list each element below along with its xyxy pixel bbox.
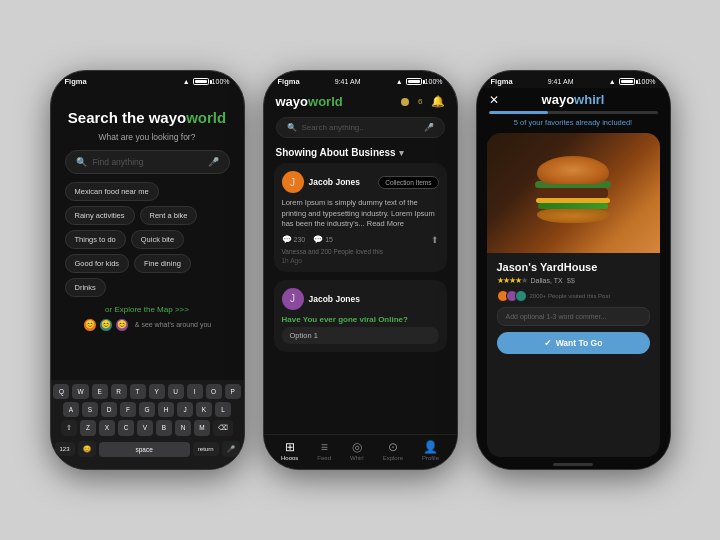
battery-icon-2	[406, 78, 422, 85]
key-i[interactable]: I	[187, 384, 203, 399]
wayo-logo: wayoworld	[276, 94, 343, 109]
keyboard-row-1: Q W E R T Y U I O P	[53, 384, 242, 399]
key-t[interactable]: T	[130, 384, 146, 399]
mic-icon-2[interactable]: 🎤	[424, 123, 434, 132]
battery-pct-1: 100%	[212, 78, 230, 85]
want-to-go-button[interactable]: ✓ Want To Go	[497, 332, 650, 354]
battery-pct-2: 100%	[425, 78, 443, 85]
key-x[interactable]: X	[99, 420, 115, 436]
see-whats-text: & see what's around you	[135, 321, 211, 328]
key-backspace[interactable]: ⌫	[213, 420, 233, 436]
key-n[interactable]: N	[175, 420, 191, 436]
burger-visual	[533, 156, 613, 231]
chip-1[interactable]: Rainy activities	[65, 206, 135, 225]
progress-bar-fill	[489, 111, 548, 114]
key-k[interactable]: K	[196, 402, 212, 417]
key-mic[interactable]: 🎤	[222, 441, 240, 457]
restaurant-name: Jason's YardHouse	[497, 261, 650, 273]
phone3-content: ✕ wayowhirl 5 of your favorites already …	[477, 88, 670, 469]
location-text: Dallas, TX	[531, 277, 563, 284]
chip-7[interactable]: Drinks	[65, 278, 106, 297]
key-r[interactable]: R	[111, 384, 127, 399]
key-123[interactable]: 123	[55, 442, 75, 456]
phone-wayowhirl: Figma 9:41 AM ▲ 100% ✕ wayowhirl 5 of yo…	[476, 70, 671, 470]
key-space[interactable]: space	[99, 442, 190, 457]
nav-feed-label: Feed	[317, 455, 331, 461]
post-liked-0: Vanessa and 200 People loved this	[282, 248, 439, 255]
search-bar-1[interactable]: 🔍 Find anything 🎤	[65, 150, 230, 174]
whirl-logo: wayowhirl	[542, 92, 605, 107]
key-s[interactable]: S	[82, 402, 98, 417]
keyboard-bottom: 123 😊 space return 🎤	[53, 439, 242, 459]
mic-icon-1[interactable]: 🎤	[208, 157, 219, 167]
chip-3[interactable]: Things to do	[65, 230, 126, 249]
key-o[interactable]: O	[206, 384, 222, 399]
key-e[interactable]: E	[92, 384, 108, 399]
chips-grid: Mexican food near me Rainy activities Re…	[65, 182, 230, 297]
key-y[interactable]: Y	[149, 384, 165, 399]
share-icon[interactable]: ⬆	[431, 235, 439, 245]
key-z[interactable]: Z	[80, 420, 96, 436]
chip-4[interactable]: Quick bite	[131, 230, 184, 249]
key-p[interactable]: P	[225, 384, 241, 399]
status-bar-1: Figma ▲ 100%	[51, 71, 244, 88]
key-m[interactable]: M	[194, 420, 210, 436]
bell-icon[interactable]: 🔔	[431, 95, 445, 108]
key-q[interactable]: Q	[53, 384, 69, 399]
collection-btn-0[interactable]: Collection Items	[378, 176, 438, 189]
chip-5[interactable]: Good for kids	[65, 254, 130, 273]
phone2-content: wayoworld 6 🔔 🔍 Search anything.. 🎤 Show…	[264, 88, 457, 469]
logo-world: world	[308, 94, 343, 109]
key-a[interactable]: A	[63, 402, 79, 417]
key-c[interactable]: C	[118, 420, 134, 436]
wayo-search[interactable]: 🔍 Search anything.. 🎤	[276, 117, 445, 138]
tomato-layer	[538, 203, 608, 209]
key-w[interactable]: W	[72, 384, 88, 399]
search-subtitle: What are you looking for?	[65, 132, 230, 142]
nav-whirl[interactable]: ◎ Whirl	[350, 440, 364, 461]
action-comment[interactable]: 💬 15	[313, 235, 333, 244]
key-j[interactable]: J	[177, 402, 193, 417]
key-v[interactable]: V	[137, 420, 153, 436]
chip-0[interactable]: Mexican food near me	[65, 182, 159, 201]
nav-explore-label: Explore	[383, 455, 403, 461]
home-indicator	[477, 461, 670, 469]
poll-option-0[interactable]: Option 1	[282, 327, 439, 344]
post-header-1: J Jacob Jones	[282, 288, 439, 310]
action-react[interactable]: 💬 230	[282, 235, 306, 244]
nav-profile[interactable]: 👤 Profile	[422, 440, 439, 461]
nav-profile-label: Profile	[422, 455, 439, 461]
chip-6[interactable]: Fine dining	[134, 254, 191, 273]
status-app-1: Figma	[65, 77, 87, 86]
explore-link[interactable]: or Explore the Map >>>	[65, 305, 230, 314]
key-d[interactable]: D	[101, 402, 117, 417]
nav-feed[interactable]: ≡ Feed	[317, 440, 331, 461]
key-g[interactable]: G	[139, 402, 155, 417]
star-rating: ★★★★★	[497, 276, 527, 285]
key-u[interactable]: U	[168, 384, 184, 399]
nav-whirl-label: Whirl	[350, 455, 364, 461]
poll-question: Have You ever gone viral Online?	[282, 315, 439, 324]
showing-business-label[interactable]: Showing About Business ▾	[264, 142, 457, 163]
favorites-text: 5 of your favorites already included!	[477, 118, 670, 127]
logo-whirl: whirl	[574, 92, 604, 107]
nav-hooos[interactable]: ⊞ Hooos	[281, 440, 298, 461]
key-l[interactable]: L	[215, 402, 231, 417]
key-emoji[interactable]: 😊	[78, 441, 96, 457]
close-icon[interactable]: ✕	[489, 94, 499, 106]
key-b[interactable]: B	[156, 420, 172, 436]
key-return[interactable]: return	[193, 442, 219, 456]
key-shift[interactable]: ⇧	[61, 420, 77, 436]
nav-explore[interactable]: ⊙ Explore	[383, 440, 403, 461]
feed-post-0: J Jacob Jones Collection Items Lorem Ips…	[274, 163, 447, 272]
status-right-2: ▲ 100%	[396, 78, 443, 85]
key-f[interactable]: F	[120, 402, 136, 417]
comment-input[interactable]: Add optional 1-3 word commer...	[497, 307, 650, 326]
search-icon: 🔍	[76, 157, 87, 167]
comment-icon: 💬	[313, 235, 323, 244]
key-h[interactable]: H	[158, 402, 174, 417]
phone1-content: Search the wayoworld What are you lookin…	[51, 88, 244, 380]
battery-icon-1	[193, 78, 209, 85]
bun-top	[537, 156, 609, 184]
chip-2[interactable]: Rent a bike	[140, 206, 198, 225]
